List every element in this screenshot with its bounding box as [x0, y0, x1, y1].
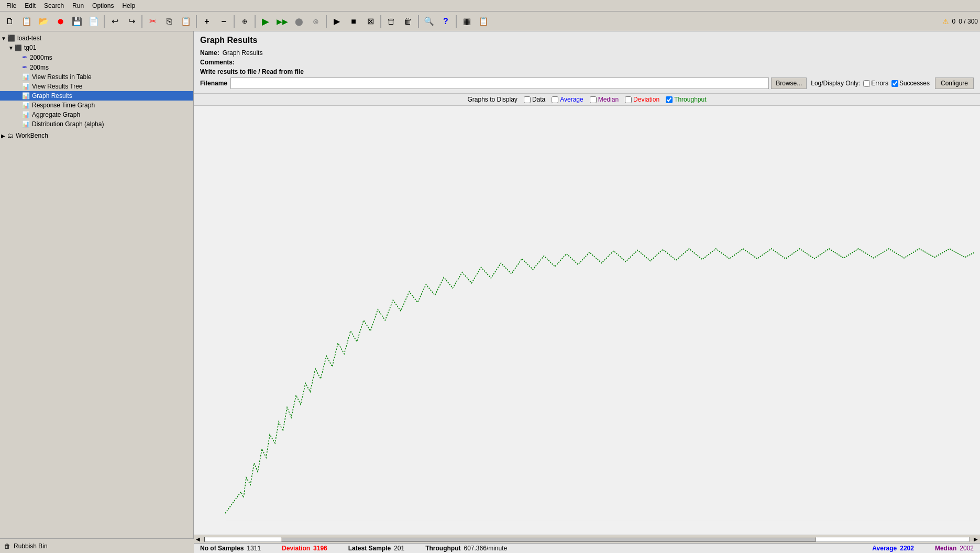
- collapse-button[interactable]: −: [216, 14, 232, 29]
- menu-file[interactable]: File: [2, 1, 20, 10]
- clear-all-button[interactable]: 🗑: [400, 14, 416, 29]
- toolbar-separator-9: [456, 15, 457, 28]
- sidebar-item-response-time-graph[interactable]: 📊 Response Time Graph: [0, 101, 193, 110]
- revert-button[interactable]: ↩: [107, 14, 123, 29]
- search-button[interactable]: 🔍: [421, 14, 437, 29]
- save-button[interactable]: 💾: [69, 14, 85, 29]
- clear-button[interactable]: 🗑: [383, 14, 399, 29]
- data-label: Data: [532, 96, 545, 103]
- comments-label: Comments:: [200, 59, 235, 66]
- average-checkbox-label[interactable]: Average: [552, 96, 583, 103]
- sidebar-item-root[interactable]: ▼ ⬛ load-test: [0, 34, 193, 43]
- start-button[interactable]: ▶: [258, 14, 273, 29]
- copy-button[interactable]: ⎘: [161, 14, 177, 29]
- sidebar-item-view-results-tree[interactable]: 📊 View Results Tree: [0, 82, 193, 91]
- throughput-checkbox[interactable]: [666, 96, 673, 103]
- remote-stop-button[interactable]: ■: [346, 14, 361, 29]
- toolbar-separator-7: [380, 15, 381, 28]
- tree-toggle-root[interactable]: ▼: [1, 36, 7, 41]
- reset-gui-button[interactable]: ⊕: [237, 14, 252, 29]
- successes-checkbox-label[interactable]: Successes: [891, 80, 930, 87]
- deviation-checkbox-label[interactable]: Deviation: [625, 96, 659, 103]
- main-layout: ▼ ⬛ load-test ▼ ⬛ tg01 ✒ 2000ms ✒ 200ms …: [0, 31, 980, 553]
- tree-toggle-tg01[interactable]: ▼: [8, 45, 15, 51]
- deviation-value: 3196: [313, 545, 327, 552]
- expand-button[interactable]: +: [199, 14, 215, 29]
- sidebar-item-label-gr: Graph Results: [32, 92, 72, 99]
- save-as-button[interactable]: 📄: [86, 14, 102, 29]
- cut-button[interactable]: ✂: [145, 14, 160, 29]
- menu-help[interactable]: Help: [118, 1, 139, 10]
- svg-rect-1: [225, 113, 975, 521]
- average-checkbox[interactable]: [552, 96, 558, 103]
- browse-button[interactable]: Browse...: [771, 78, 807, 89]
- redo-button[interactable]: ↪: [124, 14, 139, 29]
- menu-run[interactable]: Run: [68, 1, 88, 10]
- warning-icon: ⚠: [942, 17, 949, 26]
- deviation-label: Deviation: [282, 545, 310, 552]
- configure-button[interactable]: Configure: [935, 78, 974, 89]
- templates-button[interactable]: 📋: [19, 14, 35, 29]
- sidebar-item-view-results-table[interactable]: 📊 View Results in Table: [0, 72, 193, 82]
- toolbar-separator-6: [326, 15, 327, 28]
- start-no-pause-button[interactable]: ▶▶: [274, 14, 290, 29]
- open-button[interactable]: 📂: [36, 14, 51, 29]
- average-label: Average: [560, 96, 583, 103]
- sidebar-item-200ms[interactable]: ✒ 200ms: [0, 62, 193, 72]
- sidebar-item-workbench[interactable]: ▶ 🗂 WorkBench: [0, 131, 193, 140]
- average-status-label: Average: [872, 545, 897, 552]
- median-checkbox-label[interactable]: Median: [590, 96, 619, 103]
- throughput-checkbox-label[interactable]: Throughput: [666, 96, 706, 103]
- stop-button[interactable]: ⬤: [291, 14, 307, 29]
- median-checkbox[interactable]: [590, 96, 597, 103]
- remote-start-button[interactable]: ▶: [329, 14, 345, 29]
- errors-checkbox-label[interactable]: Errors: [863, 80, 888, 87]
- menu-search[interactable]: Search: [40, 1, 68, 10]
- deviation-label: Deviation: [633, 96, 659, 103]
- sidebar-item-2000ms[interactable]: ✒ 2000ms: [0, 52, 193, 62]
- paste-button[interactable]: 📋: [178, 14, 194, 29]
- samples-value: 1311: [247, 545, 261, 552]
- sidebar-item-label-tg01: tg01: [24, 44, 36, 51]
- comments-row: Comments:: [200, 59, 974, 66]
- remote-shutdown-button[interactable]: ⊠: [362, 14, 378, 29]
- table-view-button[interactable]: ▦: [459, 14, 475, 29]
- close-button[interactable]: ⬤: [52, 14, 68, 29]
- scrollbar-thumb[interactable]: [281, 537, 816, 541]
- rubbish-bin-icon: 🗑: [4, 543, 10, 550]
- graph-scrollbar[interactable]: ◀ ▶: [194, 535, 980, 543]
- data-checkbox[interactable]: [524, 96, 531, 103]
- filename-input[interactable]: [230, 78, 769, 89]
- median-group: Median 2002: [935, 545, 974, 552]
- shutdown-button[interactable]: ⊗: [308, 14, 324, 29]
- toolbar-separator-8: [418, 15, 419, 28]
- timer-icon-2000: ✒: [22, 53, 28, 61]
- sidebar-item-aggregate-graph[interactable]: 📊 Aggregate Graph: [0, 110, 193, 119]
- status-bar: No of Samples 1311 Deviation 3196 Latest…: [194, 543, 980, 553]
- successes-checkbox[interactable]: [891, 80, 898, 87]
- sidebar-item-label-200ms: 200ms: [30, 64, 49, 71]
- scrollbar-track[interactable]: [204, 537, 970, 542]
- help-button[interactable]: ?: [438, 14, 454, 29]
- errors-checkbox[interactable]: [863, 80, 870, 87]
- root-icon: ⬛: [7, 35, 15, 42]
- log-viewer-button[interactable]: 📋: [476, 14, 491, 29]
- throughput-label: Throughput: [674, 96, 706, 103]
- menu-edit[interactable]: Edit: [20, 1, 40, 10]
- menu-options[interactable]: Options: [88, 1, 118, 10]
- sidebar-item-tg01[interactable]: ▼ ⬛ tg01: [0, 43, 193, 52]
- new-button[interactable]: 🗋: [2, 14, 18, 29]
- listener-icon-vrt: 📊: [22, 73, 30, 81]
- scroll-left-arrow[interactable]: ◀: [194, 536, 202, 542]
- graphs-display-row: Graphs to Display Data Average Median De…: [194, 94, 980, 106]
- data-checkbox-label[interactable]: Data: [524, 96, 545, 103]
- tree-toggle-wb[interactable]: ▶: [1, 133, 7, 139]
- log-display-label: Log/Display Only:: [811, 80, 860, 87]
- graph-inner: 6448 ms 0 ms: [194, 106, 980, 535]
- rubbish-bin[interactable]: 🗑 Rubbish Bin: [0, 538, 194, 553]
- deviation-checkbox[interactable]: [625, 96, 632, 103]
- sidebar-item-graph-results[interactable]: 📊 Graph Results: [0, 91, 193, 101]
- graph-results-panel: Graph Results Name: Graph Results Commen…: [194, 31, 980, 94]
- sidebar-item-distribution-graph[interactable]: 📊 Distribution Graph (alpha): [0, 119, 193, 129]
- scroll-right-arrow[interactable]: ▶: [972, 536, 980, 542]
